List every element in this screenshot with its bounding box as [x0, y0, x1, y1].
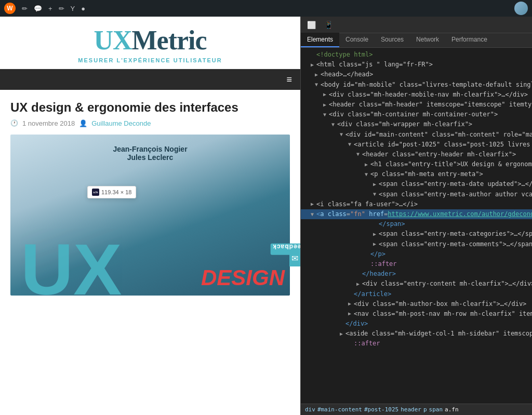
feedback-label: Feedback: [272, 243, 300, 250]
html-line[interactable]: <span class="entry-meta-date updated">…<…: [301, 179, 532, 189]
html-line[interactable]: <html class="js " lang="fr-FR">: [301, 60, 532, 70]
breadcrumb-item[interactable]: a.fn: [445, 406, 459, 413]
html-line[interactable]: <head>…</head>: [301, 70, 532, 79]
tooltip-favicon-text: a.fn: [94, 191, 98, 194]
html-line[interactable]: <div class="mh-wrapper mh-clearfix">: [301, 119, 532, 129]
author-link[interactable]: Guillaume Deconde: [91, 119, 151, 127]
image-sketch: [36, 166, 130, 238]
site-tagline: MESURER L'EXPÉRIENCE UTILISATEUR: [78, 57, 222, 63]
html-line[interactable]: <div class="mh-header-mobile-nav mh-clea…: [301, 90, 532, 100]
admin-bar-edit[interactable]: ✏: [22, 5, 28, 12]
admin-bar-yoast[interactable]: Y: [71, 5, 75, 12]
html-line[interactable]: </span>: [301, 219, 532, 229]
html-line[interactable]: <span class="entry-meta-author author vc…: [301, 190, 532, 199]
tab-performance[interactable]: Performance: [445, 33, 494, 47]
image-design-text: DESIGN: [201, 265, 285, 290]
breadcrumb-item[interactable]: #main-content: [317, 406, 362, 413]
article-date: 1 novembre 2018: [22, 119, 75, 127]
article-title: UX design & ergonomie des interfaces: [10, 100, 290, 115]
email-icon: ✉: [291, 254, 298, 263]
tooltip: a.fn 119.34 × 18: [87, 186, 136, 198]
main-layout: UXMetric MESURER L'EXPÉRIENCE UTILISATEU…: [0, 17, 532, 415]
tab-sources[interactable]: Sources: [375, 33, 410, 47]
devtools-tabs: Elements Console Sources Network Perform…: [301, 33, 532, 48]
admin-bar-pen[interactable]: ✏: [59, 5, 64, 12]
html-line[interactable]: <h1 class="entry-title">UX design & ergo…: [301, 159, 532, 169]
devtools-breadcrumb: div #main-content #post-1025 header p sp…: [301, 404, 532, 415]
admin-bar-dot[interactable]: ●: [81, 5, 85, 12]
html-line[interactable]: ::after: [301, 339, 532, 349]
hamburger-icon[interactable]: ≡: [286, 74, 292, 85]
logo-metric: Metric: [132, 25, 207, 55]
breadcrumb-item[interactable]: header: [401, 406, 421, 413]
tooltip-dimensions: 119.34 × 18: [101, 189, 131, 195]
html-line[interactable]: <div class="entry-content mh-clearfix">……: [301, 279, 532, 289]
html-line[interactable]: <span class="entry-meta-comments">…</spa…: [301, 239, 532, 249]
site-nav: ≡: [0, 69, 300, 90]
html-line[interactable]: <i class="fa fa-user">…</i>: [301, 199, 532, 209]
html-line[interactable]: <div id="main-content" class="mh-content…: [301, 130, 532, 140]
html-line[interactable]: </article>: [301, 289, 532, 299]
clock-icon: 🕐: [10, 119, 18, 127]
logo-ux: UX: [94, 25, 131, 55]
html-line[interactable]: </header>: [301, 269, 532, 279]
devtools-pane: ⬜ 📱 Elements Console Sources Network Per…: [300, 17, 532, 415]
html-line[interactable]: <header class="entry-header mh-clearfix"…: [301, 150, 532, 159]
image-author2: Jules Leclerc: [113, 153, 187, 162]
tab-console[interactable]: Console: [339, 33, 375, 47]
html-line[interactable]: </p>: [301, 249, 532, 259]
tooltip-favicon: a.fn: [92, 189, 99, 196]
html-line[interactable]: <aside class="mh-widget-col-1 mh-sidebar…: [301, 329, 532, 339]
html-line[interactable]: <span class="entry-meta-categories">…</s…: [301, 229, 532, 239]
html-line[interactable]: <div class="mh-container mh-container-ou…: [301, 110, 532, 119]
device-icon[interactable]: 📱: [322, 20, 335, 30]
logo-text: UXMetric: [94, 25, 206, 55]
devtools-html-content[interactable]: <!doctype html><html class="js " lang="f…: [301, 48, 532, 404]
breadcrumb-item[interactable]: #post-1025: [364, 406, 398, 413]
html-line[interactable]: <div class="mh-author-box mh-clearfix">……: [301, 299, 532, 309]
admin-bar-comment[interactable]: 💬: [34, 5, 42, 12]
breadcrumb-item[interactable]: div: [305, 406, 315, 413]
html-line[interactable]: <nav class="mh-post-nav mh-row mh-clearf…: [301, 309, 532, 319]
devtools-toolbar: ⬜ 📱: [301, 17, 532, 33]
html-line[interactable]: <article id="post-1025" class="post-1025…: [301, 140, 532, 150]
feedback-email-button[interactable]: ✉: [289, 250, 300, 266]
tab-network[interactable]: Network: [410, 33, 445, 47]
website-pane: UXMetric MESURER L'EXPÉRIENCE UTILISATEU…: [0, 17, 300, 415]
admin-bar-new[interactable]: +: [48, 5, 52, 12]
site-logo: UXMetric: [94, 27, 206, 54]
author-separator: 👤: [79, 119, 87, 127]
html-line[interactable]: <a class="fn" href=https://www.uxmetric.…: [301, 209, 532, 219]
site-header: UXMetric MESURER L'EXPÉRIENCE UTILISATEU…: [0, 17, 300, 69]
image-authors: Jean-François Nogier Jules Leclerc: [113, 145, 187, 162]
html-line[interactable]: <header class="mh-header" itemscope="ite…: [301, 100, 532, 110]
breadcrumb-item[interactable]: p: [423, 406, 427, 413]
html-line[interactable]: <!doctype html>: [301, 50, 532, 60]
breadcrumb-item[interactable]: span: [429, 406, 443, 413]
avatar[interactable]: [514, 2, 528, 15]
html-line[interactable]: <body id="mh-mobile" class="livres-templ…: [301, 80, 532, 90]
article-image: Jean-François Nogier Jules Leclerc UX DE…: [10, 135, 290, 296]
inspect-icon[interactable]: ⬜: [305, 20, 318, 30]
image-ux-text: UX: [21, 233, 122, 296]
article-meta: 🕐 1 novembre 2018 👤 Guillaume Deconde: [10, 119, 290, 127]
html-line[interactable]: </div>: [301, 319, 532, 329]
image-author1: Jean-François Nogier: [113, 145, 187, 153]
html-line[interactable]: <p class="mh-meta entry-meta">: [301, 169, 532, 179]
article-content: UX design & ergonomie des interfaces 🕐 1…: [0, 90, 300, 415]
admin-bar: W ✏ 💬 + ✏ Y ●: [0, 0, 532, 17]
tab-elements[interactable]: Elements: [301, 33, 339, 47]
wp-logo-icon[interactable]: W: [4, 3, 16, 14]
html-line[interactable]: ::after: [301, 259, 532, 269]
